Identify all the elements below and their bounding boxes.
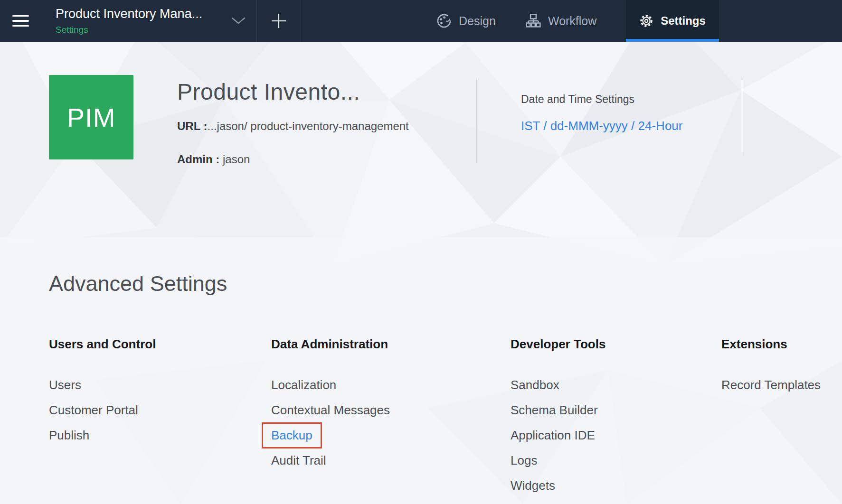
topbar-app-subtitle: Settings: [56, 25, 88, 35]
hamburger-icon[interactable]: [12, 0, 33, 42]
topbar-app-title: Product Inventory Mana...: [56, 7, 202, 21]
tab-design[interactable]: Design: [436, 0, 496, 42]
settings-link-schema-builder[interactable]: Schema Builder: [511, 398, 605, 423]
topbar-divider: [301, 0, 301, 42]
admin-value: jason: [223, 153, 250, 166]
settings-link-backup[interactable]: Backup: [271, 423, 390, 448]
app-url-row: URL :...jason/ product-inventory-managem…: [177, 120, 409, 133]
app-name-title: Product Invento...: [177, 79, 360, 105]
advanced-settings-title: Advanced Settings: [49, 271, 227, 296]
url-label: URL :: [177, 120, 208, 132]
active-tab-underline: [626, 39, 719, 42]
column-heading: Extensions: [721, 337, 821, 351]
settings-link-localization[interactable]: Localization: [271, 373, 390, 398]
backup-highlight-box[interactable]: Backup: [262, 422, 322, 448]
url-value: ...jason/ product-inventory-management: [208, 120, 409, 132]
tab-settings-label: Settings: [661, 14, 706, 28]
plus-icon[interactable]: [257, 0, 301, 42]
column-extensions: Extensions Record Templates: [721, 337, 821, 398]
gear-icon: [639, 14, 653, 28]
column-heading: Data Administration: [271, 337, 390, 351]
settings-link-audit-trail[interactable]: Audit Trail: [271, 448, 390, 473]
settings-link-application-ide[interactable]: Application IDE: [511, 423, 605, 448]
settings-link-customer-portal[interactable]: Customer Portal: [49, 398, 156, 423]
tab-design-label: Design: [459, 14, 496, 28]
app-screen: Product Inventory Mana... Settings: [0, 0, 842, 504]
settings-link-publish[interactable]: Publish: [49, 423, 156, 448]
section-divider: [742, 77, 742, 155]
app-logo: PIM: [49, 75, 133, 159]
datetime-settings-title: Date and Time Settings: [521, 93, 634, 106]
tab-settings[interactable]: Settings: [626, 0, 719, 42]
palette-icon: [436, 13, 452, 29]
app-admin-row: Admin : jason: [177, 153, 250, 166]
settings-link-users[interactable]: Users: [49, 373, 156, 398]
admin-label: Admin :: [177, 153, 219, 166]
column-heading: Developer Tools: [511, 337, 605, 351]
app-switcher[interactable]: Product Inventory Mana... Settings: [56, 0, 227, 42]
app-logo-text: PIM: [67, 102, 116, 133]
topbar: Product Inventory Mana... Settings: [0, 0, 842, 42]
column-heading: Users and Control: [49, 337, 156, 351]
chevron-down-icon[interactable]: [231, 0, 246, 42]
settings-link-contextual-messages[interactable]: Contextual Messages: [271, 398, 390, 423]
tab-workflow[interactable]: Workflow: [525, 0, 596, 42]
org-chart-icon: [525, 13, 541, 29]
section-divider: [476, 78, 477, 164]
tab-workflow-label: Workflow: [548, 14, 596, 28]
settings-link-logs[interactable]: Logs: [511, 448, 605, 473]
column-users-and-control: Users and Control Users Customer Portal …: [49, 337, 156, 448]
column-data-administration: Data Administration Localization Context…: [271, 337, 390, 473]
settings-link-record-templates[interactable]: Record Templates: [721, 373, 821, 398]
datetime-settings-link[interactable]: IST / dd-MMM-yyyy / 24-Hour: [521, 119, 682, 133]
settings-link-widgets[interactable]: Widgets: [511, 473, 605, 498]
settings-link-sandbox[interactable]: Sandbox: [511, 373, 605, 398]
column-developer-tools: Developer Tools Sandbox Schema Builder A…: [511, 337, 605, 498]
